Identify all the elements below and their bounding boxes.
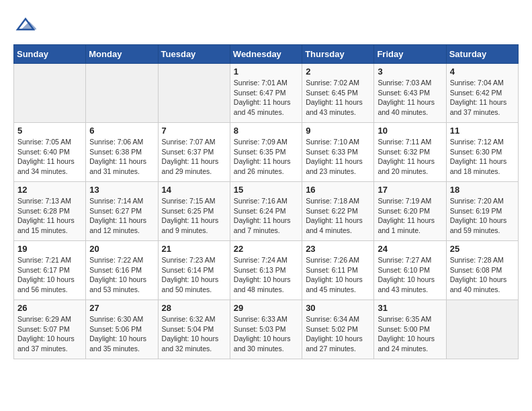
calendar-cell: 31Sunrise: 6:35 AM Sunset: 5:00 PM Dayli… [374,300,446,359]
day-number: 22 [234,244,298,254]
day-info: Sunrise: 7:22 AM Sunset: 6:16 PM Dayligh… [89,255,154,295]
day-number: 15 [234,185,298,195]
day-number: 2 [306,66,370,77]
day-info: Sunrise: 7:11 AM Sunset: 6:32 PM Dayligh… [378,137,442,177]
day-info: Sunrise: 6:34 AM Sunset: 5:02 PM Dayligh… [306,314,370,354]
calendar-cell: 7Sunrise: 7:07 AM Sunset: 6:37 PM Daylig… [158,123,230,182]
day-info: Sunrise: 6:29 AM Sunset: 5:07 PM Dayligh… [17,314,82,354]
calendar-cell: 6Sunrise: 7:06 AM Sunset: 6:38 PM Daylig… [86,123,158,182]
day-number: 31 [378,303,442,313]
page-header [13,13,519,38]
logo-icon [15,13,36,35]
day-number: 7 [162,126,226,136]
day-number: 9 [306,126,370,136]
day-number: 30 [306,303,370,313]
calendar-cell: 24Sunrise: 7:27 AM Sunset: 6:10 PM Dayli… [374,241,446,300]
weekday-header-tuesday: Tuesday [158,45,230,64]
calendar-cell: 11Sunrise: 7:12 AM Sunset: 6:30 PM Dayli… [446,123,518,182]
calendar-cell: 21Sunrise: 7:23 AM Sunset: 6:14 PM Dayli… [158,241,230,300]
day-number: 14 [162,185,226,195]
day-info: Sunrise: 7:28 AM Sunset: 6:08 PM Dayligh… [450,255,515,295]
day-number: 11 [450,126,515,136]
day-number: 4 [450,66,515,77]
calendar-cell: 25Sunrise: 7:28 AM Sunset: 6:08 PM Dayli… [446,241,518,300]
day-info: Sunrise: 7:02 AM Sunset: 6:45 PM Dayligh… [306,78,370,118]
day-info: Sunrise: 7:07 AM Sunset: 6:37 PM Dayligh… [162,137,226,177]
calendar-header: SundayMondayTuesdayWednesdayThursdayFrid… [14,45,519,64]
day-info: Sunrise: 7:14 AM Sunset: 6:27 PM Dayligh… [89,196,154,236]
day-number: 29 [234,303,298,313]
calendar-cell: 30Sunrise: 6:34 AM Sunset: 5:02 PM Dayli… [302,300,374,359]
day-number: 1 [234,66,298,77]
day-info: Sunrise: 7:26 AM Sunset: 6:11 PM Dayligh… [306,255,370,295]
day-number: 23 [306,244,370,254]
calendar-cell: 19Sunrise: 7:21 AM Sunset: 6:17 PM Dayli… [14,241,86,300]
weekday-header-monday: Monday [86,45,158,64]
day-info: Sunrise: 7:15 AM Sunset: 6:25 PM Dayligh… [162,196,226,236]
day-info: Sunrise: 7:23 AM Sunset: 6:14 PM Dayligh… [162,255,226,295]
day-info: Sunrise: 7:09 AM Sunset: 6:35 PM Dayligh… [234,137,298,177]
calendar-cell: 13Sunrise: 7:14 AM Sunset: 6:27 PM Dayli… [86,182,158,241]
day-info: Sunrise: 7:20 AM Sunset: 6:19 PM Dayligh… [450,196,515,236]
day-info: Sunrise: 7:16 AM Sunset: 6:24 PM Dayligh… [234,196,298,236]
day-number: 25 [450,244,515,254]
day-info: Sunrise: 7:10 AM Sunset: 6:33 PM Dayligh… [306,137,370,177]
day-info: Sunrise: 7:13 AM Sunset: 6:28 PM Dayligh… [17,196,82,236]
weekday-header-saturday: Saturday [446,45,518,64]
day-number: 12 [17,185,82,195]
day-info: Sunrise: 7:19 AM Sunset: 6:20 PM Dayligh… [378,196,442,236]
calendar-cell: 9Sunrise: 7:10 AM Sunset: 6:33 PM Daylig… [302,123,374,182]
calendar-cell: 18Sunrise: 7:20 AM Sunset: 6:19 PM Dayli… [446,182,518,241]
day-number: 6 [89,126,154,136]
calendar-cell: 29Sunrise: 6:33 AM Sunset: 5:03 PM Dayli… [230,300,302,359]
calendar-week-3: 12Sunrise: 7:13 AM Sunset: 6:28 PM Dayli… [14,182,519,241]
day-number: 27 [89,303,154,313]
calendar-cell: 23Sunrise: 7:26 AM Sunset: 6:11 PM Dayli… [302,241,374,300]
day-number: 13 [89,185,154,195]
calendar-cell [86,64,158,123]
calendar-table: SundayMondayTuesdayWednesdayThursdayFrid… [13,44,519,359]
day-info: Sunrise: 7:21 AM Sunset: 6:17 PM Dayligh… [17,255,82,295]
day-info: Sunrise: 7:01 AM Sunset: 6:47 PM Dayligh… [234,78,298,118]
day-info: Sunrise: 7:06 AM Sunset: 6:38 PM Dayligh… [89,137,154,177]
logo [13,13,36,38]
calendar-cell: 15Sunrise: 7:16 AM Sunset: 6:24 PM Dayli… [230,182,302,241]
day-info: Sunrise: 7:03 AM Sunset: 6:43 PM Dayligh… [378,78,442,118]
day-info: Sunrise: 6:30 AM Sunset: 5:06 PM Dayligh… [89,314,154,354]
day-info: Sunrise: 7:12 AM Sunset: 6:30 PM Dayligh… [450,137,515,177]
calendar-cell [14,64,86,123]
day-info: Sunrise: 6:32 AM Sunset: 5:04 PM Dayligh… [162,314,226,354]
calendar-week-4: 19Sunrise: 7:21 AM Sunset: 6:17 PM Dayli… [14,241,519,300]
calendar-cell: 14Sunrise: 7:15 AM Sunset: 6:25 PM Dayli… [158,182,230,241]
day-number: 16 [306,185,370,195]
day-number: 24 [378,244,442,254]
day-number: 5 [17,126,82,136]
day-info: Sunrise: 7:18 AM Sunset: 6:22 PM Dayligh… [306,196,370,236]
day-number: 18 [450,185,515,195]
day-info: Sunrise: 7:05 AM Sunset: 6:40 PM Dayligh… [17,137,82,177]
calendar-cell: 26Sunrise: 6:29 AM Sunset: 5:07 PM Dayli… [14,300,86,359]
calendar-cell: 1Sunrise: 7:01 AM Sunset: 6:47 PM Daylig… [230,64,302,123]
day-number: 17 [378,185,442,195]
day-number: 28 [162,303,226,313]
day-number: 19 [17,244,82,254]
day-number: 3 [378,66,442,77]
calendar-cell: 28Sunrise: 6:32 AM Sunset: 5:04 PM Dayli… [158,300,230,359]
calendar-week-1: 1Sunrise: 7:01 AM Sunset: 6:47 PM Daylig… [14,64,519,123]
calendar-cell: 20Sunrise: 7:22 AM Sunset: 6:16 PM Dayli… [86,241,158,300]
weekday-header-wednesday: Wednesday [230,45,302,64]
calendar-week-5: 26Sunrise: 6:29 AM Sunset: 5:07 PM Dayli… [14,300,519,359]
calendar-cell [446,300,518,359]
weekday-header-friday: Friday [374,45,446,64]
calendar-cell: 17Sunrise: 7:19 AM Sunset: 6:20 PM Dayli… [374,182,446,241]
calendar-cell [158,64,230,123]
calendar-cell: 3Sunrise: 7:03 AM Sunset: 6:43 PM Daylig… [374,64,446,123]
calendar-cell: 16Sunrise: 7:18 AM Sunset: 6:22 PM Dayli… [302,182,374,241]
calendar-cell: 4Sunrise: 7:04 AM Sunset: 6:42 PM Daylig… [446,64,518,123]
calendar-cell: 22Sunrise: 7:24 AM Sunset: 6:13 PM Dayli… [230,241,302,300]
day-number: 20 [89,244,154,254]
day-info: Sunrise: 6:33 AM Sunset: 5:03 PM Dayligh… [234,314,298,354]
day-info: Sunrise: 7:04 AM Sunset: 6:42 PM Dayligh… [450,78,515,118]
calendar-cell: 5Sunrise: 7:05 AM Sunset: 6:40 PM Daylig… [14,123,86,182]
weekday-header-sunday: Sunday [14,45,86,64]
